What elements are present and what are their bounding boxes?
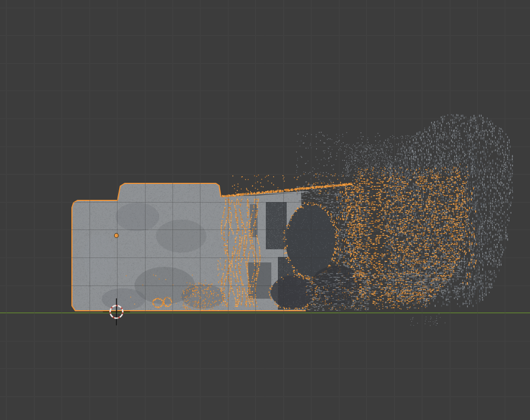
blender-3d-viewport[interactable]	[0, 0, 530, 420]
viewport-canvas[interactable]	[0, 0, 530, 420]
